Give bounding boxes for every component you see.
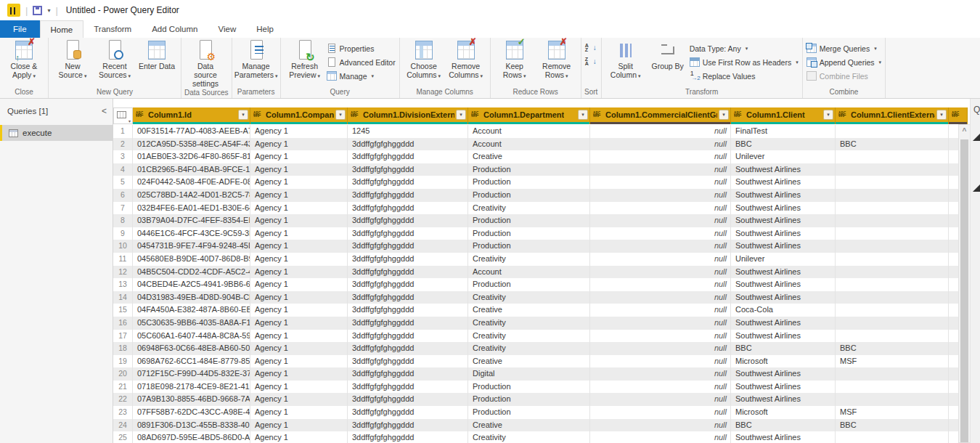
cell-column1-department[interactable]: Account: [468, 138, 590, 151]
cell-column1-department[interactable]: Production: [468, 406, 590, 419]
ribbon-button-use-first-row-as-headers[interactable]: Use First Row as Headers▾: [690, 57, 799, 68]
cell-column1-client[interactable]: Southwest Airlines: [731, 317, 836, 330]
cell-column1-commercialclientgroup[interactable]: null: [590, 227, 731, 240]
row-number[interactable]: 1: [113, 125, 133, 138]
cell-column1-clientexternalid[interactable]: [836, 317, 949, 330]
cell-column1-client[interactable]: BBC: [731, 342, 836, 355]
cell-column1-clientexternalid[interactable]: [836, 304, 949, 317]
cell-column1-clientexternalid[interactable]: [836, 431, 949, 443]
cell-column1-commercialclientgroup[interactable]: null: [590, 291, 731, 304]
row-number[interactable]: 10: [113, 240, 133, 253]
column-filter-button[interactable]: ▾: [578, 110, 588, 120]
cell-column1-department[interactable]: Production: [468, 176, 590, 189]
cell-column1-id[interactable]: 0698A762-6CC1-484E-8779-8506116B5E...: [133, 355, 250, 368]
cell-column1-id[interactable]: 05C30635-9BB6-4035-8A8A-F196386D8...: [133, 317, 250, 330]
ribbon-button-recent-sources[interactable]: Recent Sources▾: [94, 40, 135, 85]
ribbon-button-keep-rows[interactable]: Keep Rows▾: [494, 40, 535, 85]
tab-transform[interactable]: Transform: [83, 20, 142, 38]
cell-column1-commercialclientgroup[interactable]: null: [590, 330, 731, 343]
tab-file[interactable]: File: [0, 20, 40, 38]
cell-column1-id[interactable]: 04FA450A-E382-487A-8B60-EBED42724...: [133, 304, 250, 317]
cell-column1-department[interactable]: Creativity: [468, 317, 590, 330]
cell-column1-id[interactable]: 0891F306-D13C-455B-8338-40E903EF19...: [133, 419, 250, 432]
ribbon-button-manage[interactable]: Manage▾: [327, 70, 396, 81]
row-number[interactable]: 12: [113, 266, 133, 279]
cell-column1-divisionexternalid[interactable]: 3ddffgfgfghggddd: [348, 367, 468, 381]
row-number[interactable]: 20: [113, 367, 133, 381]
cell-column1-id[interactable]: 00F31514-77AD-4083-AEEB-A75BED867...: [133, 125, 250, 138]
cell-column1-divisionexternalid[interactable]: 3ddffgfgfghggddd: [348, 253, 468, 266]
cell-column1-divisionexternalid[interactable]: 1245: [348, 125, 468, 138]
cell-column1-company[interactable]: Agency 1: [250, 253, 348, 266]
cell-column1-department[interactable]: Creative: [468, 304, 590, 317]
cell-column1-client[interactable]: Southwest Airlines: [731, 227, 836, 240]
expand-marker-icon[interactable]: [973, 134, 980, 141]
cell-column1-clientexternalid[interactable]: MSF: [836, 406, 949, 419]
cell-column1-client[interactable]: Microsoft: [731, 355, 836, 368]
cell-column1-company[interactable]: Agency 1: [250, 163, 348, 176]
vertical-scrollbar[interactable]: ^: [958, 124, 971, 443]
tab-view[interactable]: View: [208, 20, 247, 38]
cell-column1-company[interactable]: Agency 1: [250, 227, 348, 240]
cell-column1-company[interactable]: Agency 1: [250, 138, 348, 151]
cell-column1-divisionexternalid[interactable]: 3ddffgfgfghggddd: [348, 431, 468, 443]
cell-column1-clientexternalid[interactable]: BBC: [836, 138, 949, 151]
cell-column1-clientexternalid[interactable]: MSF: [836, 355, 949, 368]
cell-column1-id[interactable]: 024F0442-5A08-4F0E-ADFE-0899BDB64...: [133, 176, 250, 189]
cell-column1-department[interactable]: Production: [468, 163, 590, 176]
cell-column1-department[interactable]: Creativity: [468, 330, 590, 343]
row-number[interactable]: 6: [113, 189, 133, 202]
cell-column1-clientexternalid[interactable]: [836, 202, 949, 215]
column-header-column1-client[interactable]: ABC123Column1.Client▾: [731, 107, 836, 124]
cell-column1-company[interactable]: Agency 1: [250, 266, 348, 279]
cell-column1-divisionexternalid[interactable]: 3ddffgfgfghggddd: [348, 291, 468, 304]
ribbon-button-combine-files[interactable]: Combine Files: [807, 70, 881, 81]
ribbon-button-close-apply[interactable]: ↑Close & Apply▾: [4, 40, 44, 85]
cell-column1-clientexternalid[interactable]: [836, 330, 949, 343]
cell-column1-client[interactable]: Coca-Cola: [731, 304, 836, 317]
cell-column1-divisionexternalid[interactable]: 3ddffgfgfghggddd: [348, 163, 468, 176]
scroll-up-icon[interactable]: ^: [959, 125, 970, 137]
cell-column1-department[interactable]: Production: [468, 214, 590, 227]
cell-column1-department[interactable]: Account: [468, 266, 590, 279]
ribbon-button-append-queries[interactable]: Append Queries▾: [807, 57, 881, 68]
cell-column1-id[interactable]: 05C606A1-6407-448A-8C8A-59190D752...: [133, 330, 250, 343]
row-number[interactable]: 19: [113, 355, 133, 368]
cell-column1-department[interactable]: Production: [468, 381, 590, 394]
cell-column1-client[interactable]: Southwest Airlines: [731, 214, 836, 227]
cell-column1-id[interactable]: 01AEB0E3-32D6-4F80-865F-812AC8D11...: [133, 150, 250, 163]
cell-column1-company[interactable]: Agency 1: [250, 189, 348, 202]
cell-column1-company[interactable]: Agency 1: [250, 431, 348, 443]
cell-column1-divisionexternalid[interactable]: 3ddffgfgfghggddd: [348, 227, 468, 240]
cell-column1-clientexternalid[interactable]: [836, 240, 949, 253]
cell-column1-client[interactable]: Southwest Airlines: [731, 240, 836, 253]
tab-help[interactable]: Help: [246, 20, 284, 38]
ribbon-button-merge-queries[interactable]: Merge Queries▾: [807, 43, 881, 54]
ribbon-button-properties[interactable]: Properties: [327, 43, 396, 54]
ribbon-button-manage-parameters[interactable]: Manage Parameters▾: [236, 40, 277, 85]
ribbon-button-remove-rows[interactable]: Remove Rows▾: [536, 40, 577, 85]
cell-column1-id[interactable]: 0454731B-9FE7-4F94-9248-45DBFB2252...: [133, 240, 250, 253]
column-filter-button[interactable]: ▾: [719, 110, 729, 120]
cell-column1-divisionexternalid[interactable]: 3ddffgfgfghggddd: [348, 317, 468, 330]
cell-column1-clientexternalid[interactable]: [836, 227, 949, 240]
cell-column1-client[interactable]: Southwest Airlines: [731, 381, 836, 394]
cell-column1-commercialclientgroup[interactable]: null: [590, 150, 731, 163]
cell-column1-company[interactable]: Agency 1: [250, 291, 348, 304]
cell-column1-commercialclientgroup[interactable]: null: [590, 202, 731, 215]
quick-access-toolbar-caret-icon[interactable]: ▾: [47, 7, 50, 14]
cell-column1-divisionexternalid[interactable]: 3ddffgfgfghggddd: [348, 214, 468, 227]
cell-column1-commercialclientgroup[interactable]: null: [590, 304, 731, 317]
cell-column1-company[interactable]: Agency 1: [250, 214, 348, 227]
row-number[interactable]: 4: [113, 163, 133, 176]
cell-column1-department[interactable]: Production: [468, 393, 590, 406]
ribbon-button-sort-desc[interactable]: ZA↓: [585, 57, 597, 68]
cell-column1-clientexternalid[interactable]: [836, 278, 949, 291]
cell-column1-commercialclientgroup[interactable]: null: [590, 367, 731, 381]
collapse-pane-icon[interactable]: <: [102, 106, 107, 116]
row-number[interactable]: 25: [113, 431, 133, 443]
cell-column1-clientexternalid[interactable]: [836, 163, 949, 176]
cell-column1-divisionexternalid[interactable]: 3ddffgfgfghggddd: [348, 189, 468, 202]
column-filter-button[interactable]: ▾: [335, 110, 346, 120]
cell-column1-id[interactable]: 03B79A04-D7FC-4FEF-8354-EE053C67F4...: [133, 214, 250, 227]
